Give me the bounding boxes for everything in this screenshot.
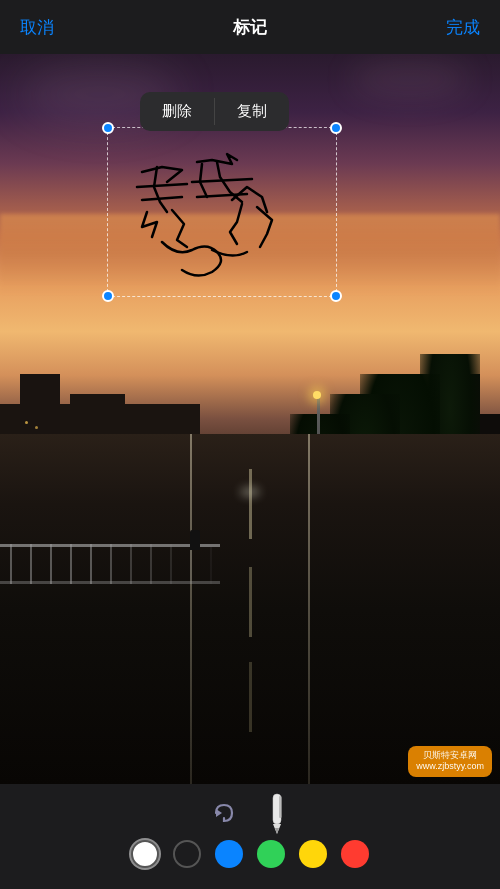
cloud-right xyxy=(350,59,470,99)
svg-marker-0 xyxy=(216,809,222,817)
svg-marker-4 xyxy=(275,828,279,834)
header-bar: 取消 标记 完成 xyxy=(0,0,500,54)
pen-tool[interactable] xyxy=(259,796,295,832)
road-surface xyxy=(0,434,500,784)
handle-top-left[interactable] xyxy=(102,122,114,134)
watermark-line2: www.zjbstyy.com xyxy=(416,761,484,773)
toolbar xyxy=(0,784,500,889)
fence-left xyxy=(0,544,220,584)
handle-bottom-left[interactable] xyxy=(102,290,114,302)
context-menu: 删除 复制 xyxy=(140,92,289,131)
delete-menu-item[interactable]: 删除 xyxy=(140,92,214,131)
svg-rect-2 xyxy=(279,796,282,818)
color-red[interactable] xyxy=(341,840,369,868)
handle-top-right[interactable] xyxy=(330,122,342,134)
watermark-badge: 贝斯特安卓网 www.zjbstyy.com xyxy=(408,746,492,777)
color-black[interactable] xyxy=(173,840,201,868)
color-white[interactable] xyxy=(131,840,159,868)
undo-button[interactable] xyxy=(205,796,241,832)
watermark-line1: 贝斯特安卓网 xyxy=(423,750,477,762)
photo-canvas[interactable]: 删除 复制 xyxy=(0,54,500,784)
street-light-glow xyxy=(313,391,321,399)
done-button[interactable]: 完成 xyxy=(444,12,482,43)
building-light-1 xyxy=(25,421,28,424)
color-blue[interactable] xyxy=(215,840,243,868)
cancel-button[interactable]: 取消 xyxy=(18,12,56,43)
page-title: 标记 xyxy=(233,16,267,39)
tool-row xyxy=(205,796,295,832)
color-yellow[interactable] xyxy=(299,840,327,868)
building-mid-left xyxy=(70,394,125,434)
person-silhouette xyxy=(190,530,200,550)
color-palette xyxy=(131,840,369,868)
selection-box[interactable] xyxy=(107,127,337,297)
color-green[interactable] xyxy=(257,840,285,868)
copy-menu-item[interactable]: 复制 xyxy=(215,92,289,131)
building-tall-left xyxy=(20,374,60,434)
handle-bottom-right[interactable] xyxy=(330,290,342,302)
building-light-2 xyxy=(35,426,38,429)
